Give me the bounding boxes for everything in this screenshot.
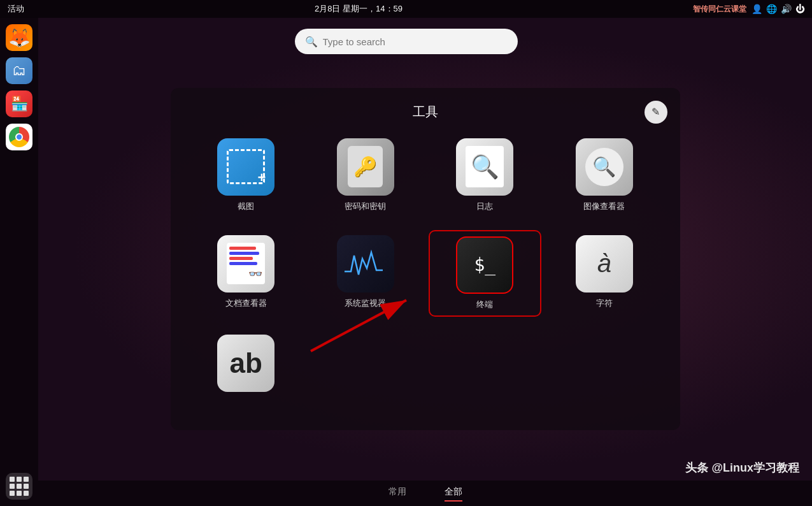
logs-inner: 🔍 — [466, 146, 504, 187]
dock: 🦊 🗂 🏪 — [0, 18, 38, 506]
app-label-docviewer: 文档查看器 — [225, 298, 267, 309]
tab-all[interactable]: 全部 — [445, 486, 462, 500]
app-item-passwords[interactable]: 🔑 密码和密钥 — [309, 133, 422, 217]
system-icons: 👤 🌐 🔊 ⏻ — [751, 4, 804, 14]
datetime-label: 2月8日 星期一，14：59 — [315, 3, 402, 15]
app-label-passwords: 密码和密钥 — [345, 201, 386, 212]
app-icon-passwords: 🔑 — [337, 138, 394, 196]
search-bar: 🔍 — [295, 29, 518, 54]
search-input[interactable] — [323, 36, 508, 47]
user-icon: 👤 — [751, 4, 762, 14]
app-icon-font: ab — [217, 335, 274, 392]
app-item-screenshot[interactable]: 截图 — [190, 133, 303, 217]
dock-item-firefox[interactable]: 🦊 — [6, 24, 32, 51]
app-label-sysmon: 系统监视器 — [345, 298, 386, 309]
power-icon: ⏻ — [795, 4, 804, 14]
app-label-screenshot: 截图 — [238, 201, 254, 212]
drawer-overlay: 工具 ✎ 截图 🔑 密码和密钥 — [38, 18, 812, 481]
imgviewer-inner: 🔍 — [585, 148, 623, 186]
app-item-docviewer[interactable]: 👓 文档查看器 — [190, 230, 303, 317]
app-label-charmap: 字符 — [596, 298, 613, 309]
drawer-title: 工具 — [190, 103, 661, 120]
app-item-imgviewer[interactable]: 🔍 图像查看器 — [548, 133, 661, 217]
app-icon-charmap: à — [576, 235, 633, 293]
app-item-charmap[interactable]: à 字符 — [548, 230, 661, 317]
appstore-icon: 🏪 — [11, 96, 28, 112]
apps-grid: 截图 🔑 密码和密钥 🔍 日志 � — [190, 133, 661, 402]
firefox-icon: 🦊 — [8, 27, 31, 48]
show-apps-button[interactable] — [6, 473, 32, 500]
app-item-font[interactable]: ab — [190, 329, 303, 402]
app-item-logs[interactable]: 🔍 日志 — [429, 133, 542, 217]
files-icon: 🗂 — [12, 62, 26, 79]
terminal-inner: $_ — [474, 254, 495, 275]
app-icon-screenshot — [217, 138, 274, 196]
topbar-right: 智传同仁云课堂 👤 🌐 🔊 ⏻ — [693, 4, 804, 15]
font-inner: ab — [230, 347, 262, 379]
terminal-prompt-icon: $_ — [474, 254, 495, 275]
app-label-imgviewer: 图像查看器 — [583, 201, 625, 212]
app-label-terminal: 终端 — [476, 299, 493, 310]
edit-button[interactable]: ✎ — [645, 101, 667, 124]
app-drawer: 工具 ✎ 截图 🔑 密码和密钥 — [171, 88, 680, 430]
charmap-inner: à — [597, 249, 611, 278]
app-icon-terminal: $_ — [456, 236, 513, 294]
dock-item-files[interactable]: 🗂 — [6, 57, 32, 84]
bottom-bar: 常用 全部 — [38, 481, 812, 506]
app-icon-imgviewer: 🔍 — [576, 138, 633, 196]
dock-item-chrome[interactable] — [6, 124, 32, 150]
search-icon: 🔍 — [305, 36, 318, 48]
app-item-sysmon[interactable]: 系统监视器 — [309, 230, 422, 317]
watermark-top-label: 智传同仁云课堂 — [693, 4, 746, 15]
search-bar-wrapper: 🔍 — [295, 29, 518, 54]
app-icon-logs: 🔍 — [456, 138, 513, 196]
screenshot-inner — [227, 149, 265, 184]
docviewer-inner: 👓 — [227, 243, 265, 284]
volume-icon: 🔊 — [781, 4, 792, 14]
dock-item-appstore[interactable]: 🏪 — [6, 90, 32, 117]
edit-icon: ✎ — [652, 106, 660, 118]
logs-search-icon: 🔍 — [471, 154, 499, 180]
tab-frequent[interactable]: 常用 — [388, 486, 406, 500]
passwords-inner: 🔑 — [348, 146, 383, 187]
app-item-terminal[interactable]: $_ 终端 — [429, 230, 542, 317]
activities-label: 活动 — [8, 3, 24, 15]
app-label-logs: 日志 — [476, 201, 493, 212]
chrome-icon — [9, 127, 29, 147]
network-icon: 🌐 — [766, 4, 777, 14]
watermark-bottom: 头条 @Linux学习教程 — [685, 460, 799, 475]
topbar: 活动 2月8日 星期一，14：59 智传同仁云课堂 👤 🌐 🔊 ⏻ — [0, 0, 812, 18]
sysmon-inner — [345, 246, 386, 281]
app-icon-docviewer: 👓 — [217, 235, 274, 293]
app-icon-sysmon — [337, 235, 394, 293]
